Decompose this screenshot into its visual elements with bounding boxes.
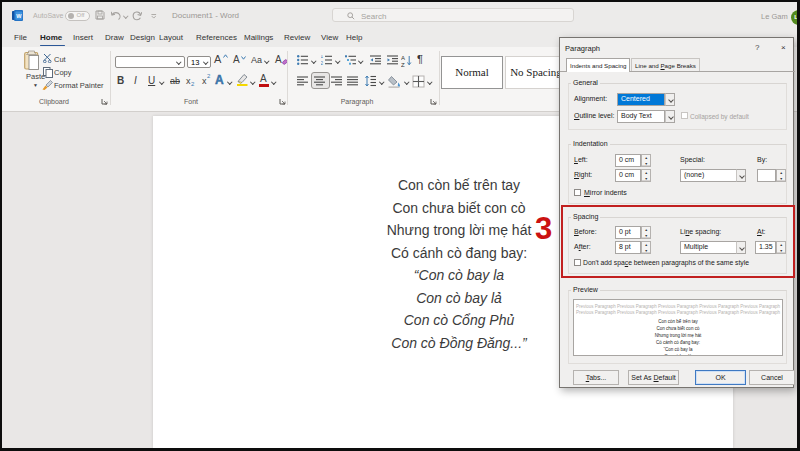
svg-text:Z: Z — [401, 62, 405, 68]
svg-text:W: W — [16, 13, 22, 19]
svg-text:2: 2 — [321, 61, 324, 65]
svg-text:A: A — [401, 55, 405, 61]
svg-text:1: 1 — [321, 55, 324, 59]
